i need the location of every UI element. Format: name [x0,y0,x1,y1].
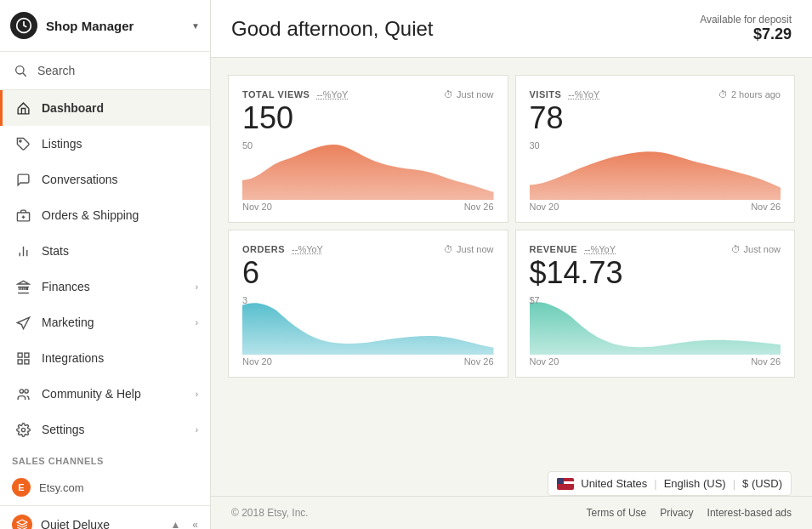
search-label: Search [37,64,75,77]
nav-item-conversations[interactable]: Conversations [0,162,210,197]
nav-item-community-help[interactable]: Community & Help › [0,376,210,412]
visits-time: ⏱ 2 hours ago [718,89,781,100]
visits-header: VISITS --%YoY ⏱ 2 hours ago [530,89,781,100]
nav-item-orders-shipping[interactable]: Orders & Shipping [0,197,210,233]
svg-line-2 [23,73,26,77]
sales-channel-etsy[interactable]: E Etsy.com [0,469,210,505]
nav-integrations-label: Integrations [42,351,104,365]
orders-card: ORDERS --%YoY ⏱ Just now 6 3 Nov 20 Nov … [228,230,508,378]
locale-country: United States [581,477,647,490]
svg-point-17 [24,389,27,392]
nav-item-dashboard[interactable]: Dashboard [0,90,210,126]
svg-rect-15 [24,359,28,363]
grid-icon [14,350,31,367]
orders-y-label: 3 [242,295,247,305]
total-views-card: TOTAL VIEWS --%YoY ⏱ Just now 150 50 Nov… [228,75,508,223]
nav-item-settings[interactable]: Settings › [0,412,210,447]
deposit-label: Available for deposit [700,14,792,26]
footer-links: Terms of Use Privacy Interest-based ads [587,507,792,519]
locale-row: United States | English (US) | $ (USD) [211,463,812,496]
marketing-chevron-icon: › [196,318,198,327]
nav-item-integrations[interactable]: Integrations [0,340,210,376]
nav-listings-label: Listings [42,137,82,151]
revenue-time-text: Just now [744,244,781,254]
clock-icon: ⏱ [444,89,453,100]
nav-item-stats[interactable]: Stats [0,233,210,269]
sidebar-bottom-shop[interactable]: Quiet Deluxe ▲ « [0,505,210,529]
visits-clock-icon: ⏱ [718,89,728,100]
revenue-y-label: $7 [530,295,540,305]
orders-value: 6 [242,258,494,288]
terms-link[interactable]: Terms of Use [587,507,647,519]
orders-x-end: Nov 26 [464,356,494,367]
shop-logo [10,12,37,39]
revenue-x-start: Nov 20 [530,356,559,367]
shop-name-label: Quiet Deluxe [41,518,162,529]
greeting-title: Good afternoon, Quiet [231,17,434,41]
locale-selector[interactable]: United States | English (US) | $ (USD) [548,471,792,496]
main-content: Good afternoon, Quiet Available for depo… [211,0,812,529]
visits-yoy: --%YoY [568,89,599,100]
footer-copyright: © 2018 Etsy, Inc. [231,507,309,519]
bar-chart-icon [14,242,31,259]
interest-ads-link[interactable]: Interest-based ads [707,507,792,519]
total-views-label-group: TOTAL VIEWS --%YoY [242,89,348,100]
people-icon [14,385,31,402]
locale-language: English (US) [664,477,726,490]
box-icon [14,207,31,224]
main-header: Good afternoon, Quiet Available for depo… [211,0,812,58]
revenue-yoy: --%YoY [584,244,616,254]
deposit-info: Available for deposit $7.29 [700,14,792,43]
orders-x-labels: Nov 20 Nov 26 [242,356,494,367]
visits-y-label: 30 [530,140,540,151]
visits-chart: 30 Nov 20 Nov 26 [530,140,781,208]
revenue-header: REVENUE --%YoY ⏱ Just now [530,244,781,254]
shop-manager-header[interactable]: Shop Manager ▼ [0,0,210,52]
nav-conversations-label: Conversations [42,173,118,186]
search-nav-item[interactable]: Search [0,52,210,90]
main-footer: © 2018 Etsy, Inc. Terms of Use Privacy I… [211,496,812,529]
nav-marketing-label: Marketing [42,316,94,329]
visits-card: VISITS --%YoY ⏱ 2 hours ago 78 30 Nov 20… [515,75,796,223]
message-icon [14,171,31,188]
locale-currency: $ (USD) [742,477,782,490]
visits-label-group: VISITS --%YoY [530,89,600,100]
etsy-icon: E [12,478,31,497]
total-views-y-label: 50 [242,140,253,151]
dashboard-cards: TOTAL VIEWS --%YoY ⏱ Just now 150 50 Nov… [211,58,812,395]
orders-time: ⏱ Just now [444,244,493,254]
orders-yoy: --%YoY [292,244,323,254]
privacy-link[interactable]: Privacy [660,507,693,519]
total-views-yoy: --%YoY [316,89,348,100]
shop-manager-title: Shop Manager [46,19,183,33]
nav-orders-label: Orders & Shipping [42,208,139,222]
nav-community-label: Community & Help [42,387,141,401]
nav-dashboard-label: Dashboard [42,101,104,115]
search-icon [12,62,29,79]
total-views-value: 150 [242,103,494,134]
community-chevron-icon: › [196,390,198,399]
shop-bottom-icon [12,515,32,529]
revenue-value: $14.73 [530,258,781,288]
nav-item-finances[interactable]: Finances › [0,269,210,304]
total-views-label: TOTAL VIEWS [242,89,309,100]
svg-point-1 [16,66,24,74]
sales-channels-label: SALES CHANNELS [0,447,210,469]
revenue-x-end: Nov 26 [751,356,781,367]
visits-value: 78 [530,103,781,134]
megaphone-icon [14,314,31,331]
nav-item-listings[interactable]: Listings [0,126,210,162]
sidebar-collapse-icon[interactable]: « [192,519,198,529]
visits-label: VISITS [530,89,562,100]
collapse-icon[interactable]: ▲ [170,519,180,529]
deposit-amount: $7.29 [700,26,792,43]
orders-header: ORDERS --%YoY ⏱ Just now [242,244,494,254]
nav-item-marketing[interactable]: Marketing › [0,304,210,340]
total-views-x-labels: Nov 20 Nov 26 [242,202,494,212]
revenue-time: ⏱ Just now [731,244,781,254]
revenue-x-labels: Nov 20 Nov 26 [530,356,781,367]
visits-x-start: Nov 20 [530,202,559,212]
finances-chevron-icon: › [196,282,198,292]
tag-icon [14,135,31,152]
revenue-clock-icon: ⏱ [731,244,741,254]
